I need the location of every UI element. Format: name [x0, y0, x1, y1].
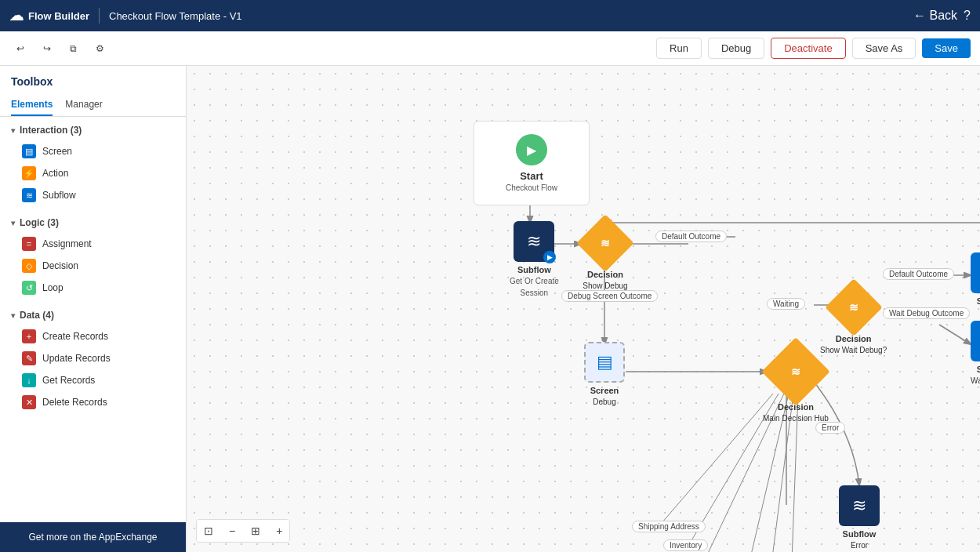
- decision-wait-debug-node[interactable]: ≋ Decision Show Wait Debug?: [820, 284, 887, 356]
- section-data: ▾ Data (4) + Create Records ✎ Update Rec…: [0, 302, 186, 416]
- navbar: ☁ Flow Builder Checkout Flow Template - …: [0, 0, 980, 31]
- edge-label-default-1: Default Outcome: [655, 231, 727, 242]
- toolbox-item-get-records[interactable]: ↓ Get Records: [0, 369, 186, 391]
- flow-canvas[interactable]: ▶ Start Checkout Flow ≋ ▶ Subflow Get Or…: [187, 66, 980, 552]
- decision-wait-icon: ≋: [849, 301, 858, 314]
- start-label: Start: [520, 170, 543, 183]
- section-interaction: ▾ Interaction (3) ▤ Screen ⚡ Action ≋ Su…: [0, 117, 186, 209]
- screen-wait-label: Screen Wait: [977, 296, 980, 318]
- copy-button[interactable]: ⧉: [63, 39, 84, 58]
- screen-debug-box: ▤: [584, 342, 625, 383]
- redo-button[interactable]: ↪: [36, 39, 58, 58]
- edge-label-inventory: Inventory: [663, 539, 708, 551]
- subflow-badge: ▶: [543, 251, 556, 263]
- decision-main-inner: ≋: [768, 344, 823, 399]
- chevron-icon: ▾: [11, 311, 15, 320]
- decision-debug-diamond: ≋: [582, 220, 629, 267]
- edge-label-error: Error: [815, 422, 845, 434]
- section-logic: ▾ Logic (3) = Assignment ◇ Decision ↺ Lo…: [0, 209, 186, 302]
- screen-debug-node[interactable]: ▤ Screen Debug: [584, 342, 625, 408]
- toolbox-title: Toolbox: [0, 66, 186, 94]
- decision-main-diamond: ≋: [768, 344, 823, 399]
- toolbox-item-assignment[interactable]: = Assignment: [0, 233, 186, 255]
- subflow-error-box: ≋: [839, 485, 880, 526]
- flow-title: Checkout Flow Template - V1: [109, 10, 242, 22]
- subflow-badge-icon: ▶: [547, 253, 553, 261]
- edge-label-debug-screen: Debug Screen Outcome: [561, 290, 658, 302]
- loop-icon: ↺: [22, 281, 36, 295]
- subflow-get-create-box: ≋ ▶: [514, 221, 554, 262]
- screen-wait-node[interactable]: ▤ Screen Wait: [971, 252, 980, 318]
- zoom-fit-button[interactable]: ⊞: [244, 520, 267, 542]
- fit-button[interactable]: ⊡: [197, 520, 220, 542]
- screen-wait-debug-label: Screen Wait Debug: [971, 364, 980, 387]
- toolbox-item-subflow[interactable]: ≋ Subflow: [0, 184, 186, 206]
- subflow-icon: ≋: [527, 231, 541, 252]
- svg-line-8: [939, 325, 971, 344]
- screen-wait-debug-node[interactable]: ▤ Screen Wait Debug: [971, 321, 980, 387]
- decision-main-icon: ≋: [791, 365, 800, 378]
- subflow-get-create-node[interactable]: ≋ ▶ Subflow Get Or CreateSession: [510, 221, 559, 298]
- update-records-icon: ✎: [22, 351, 36, 365]
- app-name: Flow Builder: [28, 10, 89, 22]
- start-circle: ▶: [516, 134, 547, 165]
- decision-wait-debug-diamond: ≋: [830, 284, 877, 331]
- delete-records-icon: ✕: [22, 395, 36, 409]
- run-button[interactable]: Run: [656, 38, 702, 59]
- toolbar-right-actions: Run Debug Deactivate Save As Save: [656, 38, 971, 59]
- edge-label-default-2: Default Outcome: [883, 268, 954, 280]
- subflow-error-node[interactable]: ≋ Subflow Error: [839, 485, 880, 551]
- subflow-get-create-label: Subflow Get Or CreateSession: [510, 264, 559, 298]
- toolbox-item-loop[interactable]: ↺ Loop: [0, 277, 186, 299]
- toolbox-item-update-records[interactable]: ✎ Update Records: [0, 347, 186, 369]
- svg-line-11: [657, 394, 773, 528]
- chevron-icon: ▾: [11, 219, 15, 227]
- undo-button[interactable]: ↩: [9, 39, 31, 58]
- canvas-controls: ⊡ − ⊞ +: [196, 519, 290, 543]
- toolbox-item-delete-records[interactable]: ✕ Delete Records: [0, 391, 186, 413]
- chevron-icon: ▾: [11, 126, 15, 135]
- back-button[interactable]: ← Back: [913, 9, 957, 23]
- toolbox-item-decision[interactable]: ◇ Decision: [0, 255, 186, 277]
- settings-button[interactable]: ⚙: [89, 39, 111, 58]
- toolbox-item-action[interactable]: ⚡ Action: [0, 162, 186, 184]
- edge-label-wait-debug: Wait Debug Outcome: [883, 307, 970, 319]
- save-as-button[interactable]: Save As: [852, 38, 916, 59]
- zoom-out-button[interactable]: −: [222, 520, 242, 542]
- cloud-icon: ☁: [9, 7, 24, 24]
- tab-manager[interactable]: Manager: [65, 94, 102, 116]
- appexchange-link[interactable]: Get more on the AppExchange: [0, 522, 186, 552]
- screen-wait-box: ▤: [971, 252, 980, 293]
- decision-wait-debug-label: Decision Show Wait Debug?: [820, 333, 887, 356]
- start-box: ▶ Start Checkout Flow: [474, 121, 590, 205]
- section-interaction-header[interactable]: ▾ Interaction (3): [0, 120, 186, 140]
- start-sublabel: Checkout Flow: [506, 183, 557, 192]
- subflow-icon: ≋: [22, 188, 36, 202]
- assignment-icon: =: [22, 237, 36, 251]
- screen-debug-label: Screen Debug: [590, 385, 619, 408]
- screen-icon: ▤: [22, 144, 36, 158]
- decision-icon: ◇: [22, 259, 36, 273]
- help-button[interactable]: ?: [964, 9, 971, 23]
- create-records-icon: +: [22, 329, 36, 343]
- deactivate-button[interactable]: Deactivate: [771, 38, 845, 59]
- toolbox-item-create-records[interactable]: + Create Records: [0, 325, 186, 347]
- tab-elements[interactable]: Elements: [11, 94, 53, 116]
- navbar-right: ← Back ?: [913, 9, 971, 23]
- section-data-header[interactable]: ▾ Data (4): [0, 305, 186, 325]
- debug-button[interactable]: Debug: [708, 38, 764, 59]
- decision-inner: ≋: [582, 220, 629, 267]
- edge-label-shipping: Shipping Address: [632, 521, 706, 532]
- zoom-in-button[interactable]: +: [269, 520, 289, 542]
- subflow-error-icon: ≋: [852, 496, 866, 516]
- toolbar: ↩ ↪ ⧉ ⚙ Run Debug Deactivate Save As Sav…: [0, 31, 980, 66]
- decision-icon: ≋: [601, 237, 610, 249]
- edge-label-waiting: Waiting: [767, 298, 805, 310]
- section-logic-header[interactable]: ▾ Logic (3): [0, 212, 186, 233]
- get-records-icon: ↓: [22, 373, 36, 387]
- toolbox-item-screen[interactable]: ▤ Screen: [0, 140, 186, 162]
- save-button[interactable]: Save: [922, 38, 971, 58]
- screen-wait-debug-box: ▤: [971, 321, 980, 361]
- decision-main-node[interactable]: ≋ Decision Main Decision Hub: [763, 344, 829, 424]
- start-node[interactable]: ▶ Start Checkout Flow: [453, 121, 610, 205]
